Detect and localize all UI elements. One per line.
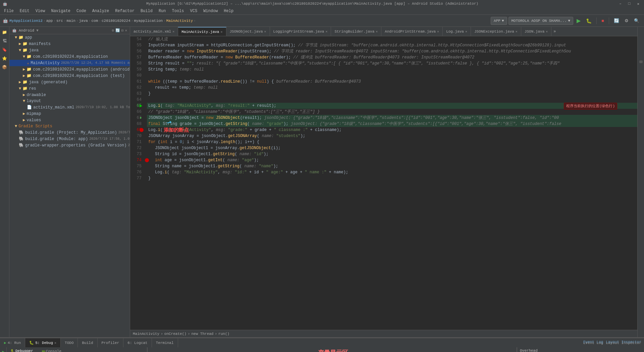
tab-close-icon[interactable]: ✕ [437, 30, 439, 34]
menu-vcs[interactable]: VCS [187, 8, 200, 14]
tree-item-androidtest[interactable]: ▶ 📁 com.c201801020224.myapplication (and… [9, 66, 130, 73]
toolbar-sep1 [596, 17, 597, 24]
sync-button[interactable]: 🔄 [612, 17, 621, 24]
menu-file[interactable]: File [1, 8, 16, 14]
menu-build[interactable]: Build [138, 8, 155, 14]
tree-item-activity-xml[interactable]: 📄 activity_main.xml 2020/7/19 19:02, 1.0… [9, 104, 130, 111]
favorites-icon[interactable]: ⭐ [1, 54, 9, 62]
tab-logging[interactable]: LoggingPrintStream.java ✕ [270, 27, 331, 36]
console-tab[interactable]: 📟 Console [37, 347, 65, 352]
gradle-icon: 🐘 [19, 136, 24, 141]
menu-refactor[interactable]: Refactor [112, 8, 137, 14]
project-dropdown[interactable]: ▼ [36, 29, 39, 33]
annotation-var-area: 变量显示区 [318, 349, 348, 352]
tab-json[interactable]: JSON.java ✕ [521, 27, 551, 36]
tab-stringbuilder[interactable]: StringBuilder.java ✕ [331, 27, 381, 36]
tab-close-icon[interactable]: ✕ [172, 30, 174, 34]
code-content[interactable]: // 输入流 InputStream inputStream = httpURL… [147, 36, 637, 181]
resource-icon[interactable]: 📦 [1, 63, 9, 71]
code-line-72: JSONObject jsonObject1 = jsonArray.getJS… [147, 145, 637, 151]
gradle-wrapper-meta: 2020/7/19 17:15, 244 B [128, 143, 130, 147]
run-tab-terminal[interactable]: Terminal [152, 338, 178, 348]
menu-view[interactable]: View [33, 8, 48, 14]
code-editor[interactable]: 54 55 56 57 58 59 60 61 62 63 64 65 66 6… [130, 36, 637, 330]
tree-label-androidtest: com.c201801020224.myapplication (android… [33, 67, 130, 72]
debugger-tab[interactable]: 🐛 Debugger [7, 347, 37, 352]
tree-item-java[interactable]: ▼ 📁 java [9, 47, 130, 53]
run-button[interactable]: ▶ [575, 16, 583, 25]
settings-button[interactable]: ⚙ [623, 17, 631, 24]
tree-item-layout[interactable]: ▼ layout [9, 98, 130, 104]
tab-close-icon[interactable]: ✕ [264, 30, 266, 34]
stop-button[interactable]: ■ [599, 17, 606, 24]
tab-close-icon[interactable]: ✕ [325, 30, 327, 34]
run-config-dropdown[interactable]: APP ▼ [491, 17, 507, 25]
resume-icon[interactable]: ▶ [0, 349, 6, 352]
menu-tools[interactable]: Tools [169, 8, 187, 14]
menu-window[interactable]: Window [201, 8, 220, 14]
tab-close-icon[interactable]: ✕ [516, 30, 518, 34]
tab-androidprint[interactable]: AndroidPrintStream.java ✕ [381, 27, 443, 36]
collapse-icon[interactable]: ⊟ [121, 28, 124, 33]
menu-code[interactable]: Code [74, 8, 89, 14]
structure-icon[interactable]: 🏗 [1, 37, 9, 45]
menu-run[interactable]: Run [156, 8, 169, 14]
run-tab-debug[interactable]: 🐛 5: Debug ✕ [25, 338, 61, 348]
editor-breadcrumb: MainActivity › onCreate() › new Thread ›… [130, 330, 637, 337]
code-line-68: final String grade = jsonObject.getStrin… [147, 121, 637, 127]
menu-analyze[interactable]: Analyze [90, 8, 112, 14]
tree-item-mainactivity[interactable]: ☕ MainActivity 2020/7/20 12:24, 4.17 kB … [9, 60, 130, 66]
titlebar-controls[interactable]: – □ ✕ [617, 2, 641, 6]
breadcrumb-appname[interactable]: MyApplication12 [9, 19, 43, 23]
tab-jsonobject[interactable]: JSONObject.java ✕ [226, 27, 270, 36]
tab-jsonexception[interactable]: JSONException.java ✕ [471, 27, 521, 36]
tree-item-mipmap[interactable]: ▶ mipmap [9, 111, 130, 117]
search-button[interactable]: 🔍 [632, 17, 641, 24]
tab-close-icon[interactable]: ✕ [220, 30, 222, 34]
run-tab-run[interactable]: ▶ 4: Run [0, 338, 25, 348]
tab-close-icon[interactable]: ✕ [376, 30, 378, 34]
menu-help[interactable]: Help [221, 8, 236, 14]
code-line-65: ▶ Log.i( tag: "MainActivity", msg: "resu… [147, 103, 637, 109]
menu-navigate[interactable]: Navigate [48, 8, 73, 14]
code-line-71: for (int i = 0; i < jsonArray.length(); … [147, 139, 637, 145]
tree-item-values[interactable]: ▶ values [9, 117, 130, 123]
tree-item-gradle-scripts[interactable]: ▼ Gradle Scripts [9, 123, 130, 129]
tree-item-gradle-wrapper[interactable]: 🐘 gradle-wrapper.properties (Gradle Vers… [9, 142, 130, 148]
tree-item-res[interactable]: ▼ 📁 res [9, 85, 130, 92]
tab-close-icon[interactable]: ✕ [546, 30, 548, 34]
tab-activity-main-xml[interactable]: activity_main.xml ✕ [130, 27, 178, 36]
debug-button[interactable]: 🐛 [584, 17, 594, 25]
close-btn[interactable]: ✕ [635, 2, 641, 6]
run-icon: ▶ [4, 341, 6, 345]
tree-item-drawable[interactable]: ▶ drawable [9, 92, 130, 98]
tree-item-pkg[interactable]: ▼ 📁 com.c201801020224.myapplication [9, 53, 130, 60]
tree-item-app[interactable]: ▼ 📁 app [9, 34, 130, 41]
sync-icon[interactable]: 🔄 [115, 28, 120, 33]
project-icon[interactable]: 📁 [1, 28, 9, 36]
run-tab-profiler[interactable]: Profiler [98, 338, 124, 348]
minimize-btn[interactable]: – [617, 2, 624, 6]
tab-log[interactable]: Log.java ✕ [443, 27, 471, 36]
run-tab-todo[interactable]: TODO [61, 338, 78, 348]
tree-item-java-generated[interactable]: ▶ 📁 java (generated) [9, 79, 130, 85]
tab-close-icon[interactable]: ✕ [465, 30, 467, 34]
tree-item-test[interactable]: ▶ 📁 com.c201801020224.myapplication (tes… [9, 73, 130, 79]
close-panel-icon[interactable]: ✕ [125, 28, 127, 33]
debug-close-icon[interactable]: ✕ [54, 341, 56, 345]
tree-item-manifests[interactable]: ▶ 📁 manifests [9, 41, 130, 47]
run-tab-logcat[interactable]: 6: Logcat [123, 338, 152, 348]
tree-item-build-gradle-project[interactable]: 🐘 build.gradle (Project: My_Application)… [9, 129, 130, 136]
tree-item-build-gradle-app[interactable]: 🐘 build.gradle (Module: app) 2020/7/19 1… [9, 136, 130, 142]
tab-more-button[interactable]: » [551, 29, 558, 34]
gear-icon[interactable]: ⚙ [112, 28, 114, 33]
project-breadcrumb: MyApplication12 › app › src › main › jav… [9, 19, 249, 23]
menu-edit[interactable]: Edit [17, 8, 32, 14]
maximize-btn[interactable]: □ [626, 2, 633, 6]
run-tab-bar: ▶ 4: Run 🐛 5: Debug ✕ TODO Build Profile… [0, 338, 644, 347]
tab-mainactivity-java[interactable]: MainActivity.java ✕ [178, 27, 226, 36]
tab-label: LoggingPrintStream.java [273, 30, 324, 34]
bookmarks-icon[interactable]: 🔖 [1, 46, 9, 54]
device-dropdown[interactable]: MOTOROLA AOSP ON SHAMA... ▼ [508, 17, 574, 25]
run-tab-build[interactable]: Build [78, 338, 97, 348]
